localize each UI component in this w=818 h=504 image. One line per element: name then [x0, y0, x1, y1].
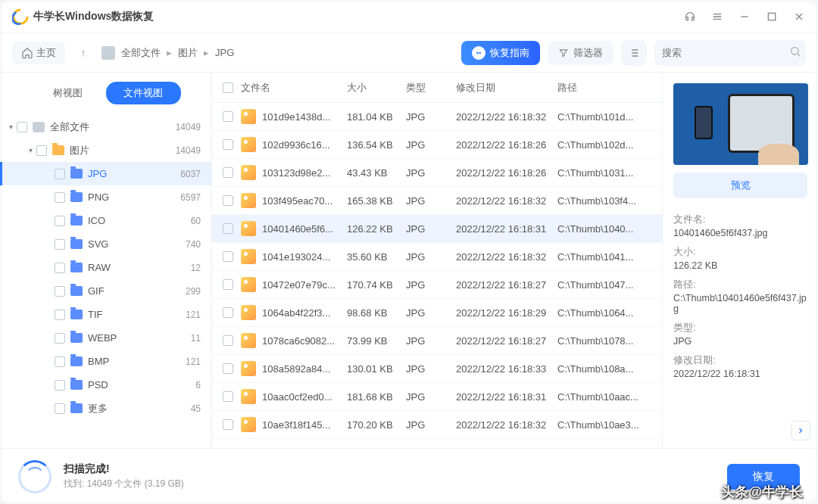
expand-panel-icon[interactable] — [791, 421, 810, 440]
table-row[interactable]: 103123d98e2...43.43 KBJPG2022/12/22 16:1… — [212, 159, 662, 187]
table-row[interactable]: 10ae3f18f145...170.20 KBJPG2022/12/22 16… — [212, 411, 662, 439]
breadcrumb-item[interactable]: 全部文件 — [121, 46, 161, 60]
caret-down-icon[interactable]: ▾ — [24, 146, 36, 154]
table-row[interactable]: 1041e193024...35.60 KBJPG2022/12/22 16:1… — [212, 243, 662, 271]
menu-icon[interactable] — [710, 10, 724, 23]
tree-item[interactable]: JPG6037 — [0, 162, 211, 185]
search-box[interactable] — [654, 40, 806, 66]
recovery-guide-button[interactable]: 恢复指南 — [461, 41, 540, 65]
checkbox[interactable] — [223, 391, 233, 402]
cell-path: C:\Thumb\102d... — [557, 139, 654, 151]
tree-count: 14049 — [176, 122, 201, 132]
breadcrumb-item[interactable]: JPG — [215, 47, 234, 58]
cell-path: C:\Thumb\1041... — [557, 251, 654, 263]
tree-item[interactable]: SVG740 — [0, 232, 211, 256]
breadcrumb-item[interactable]: 图片 — [178, 46, 198, 60]
checkbox[interactable] — [55, 356, 65, 367]
meta-name-value: 10401460e5f6f437.jpg — [673, 228, 807, 238]
caret-down-icon[interactable]: ▾ — [5, 123, 17, 131]
inspector-panel: 预览 文件名: 10401460e5f6f437.jpg 大小: 126.22 … — [662, 73, 818, 448]
search-input[interactable] — [662, 47, 789, 58]
table-row[interactable]: 1078ca6c9082...73.99 KBJPG2022/12/22 16:… — [212, 327, 662, 355]
tab-tree-view[interactable]: 树视图 — [30, 82, 106, 104]
home-button[interactable]: 主页 — [12, 42, 65, 64]
col-path[interactable]: 路径 — [557, 81, 654, 95]
tree-count: 121 — [186, 356, 201, 367]
checkbox[interactable] — [55, 192, 65, 203]
col-date[interactable]: 修改日期 — [456, 81, 557, 95]
tree-item[interactable]: ICO60 — [0, 209, 211, 232]
minimize-icon[interactable] — [738, 10, 751, 23]
image-thumb-icon — [241, 389, 256, 404]
status-title: 扫描完成! — [64, 462, 184, 476]
maximize-icon[interactable] — [765, 10, 779, 23]
cell-date: 2022/12/22 16:18:26 — [456, 167, 557, 179]
checkbox[interactable] — [223, 419, 233, 430]
guide-label: 恢复指南 — [490, 46, 529, 60]
table-row[interactable]: 101d9e1438d...181.04 KBJPG2022/12/22 16:… — [212, 103, 662, 131]
cell-path: C:\Thumb\103f4... — [557, 195, 654, 207]
cell-type: JPG — [406, 307, 456, 319]
tree-item[interactable]: PNG6597 — [0, 185, 211, 209]
table-row[interactable]: 10aac0cf2ed0...181.68 KBJPG2022/12/22 16… — [212, 383, 662, 411]
checkbox[interactable] — [55, 310, 65, 320]
checkbox[interactable] — [36, 145, 47, 156]
checkbox[interactable] — [223, 251, 233, 262]
cell-name: 103f495eac70... — [262, 195, 347, 207]
table-row[interactable]: 103f495eac70...165.38 KBJPG2022/12/22 16… — [212, 187, 662, 215]
tree-item[interactable]: 更多45 — [0, 397, 211, 420]
app-title: 牛学长Windows数据恢复 — [33, 10, 154, 23]
cell-type: JPG — [406, 111, 456, 123]
table-row[interactable]: 108a5892a84...130.01 KBJPG2022/12/22 16:… — [212, 355, 662, 383]
tree-item[interactable]: WEBP11 — [0, 326, 211, 350]
table-row[interactable]: 1064ab4f22f3...98.68 KBJPG2022/12/22 16:… — [212, 299, 662, 327]
meta-date-label: 修改日期: — [673, 354, 807, 367]
checkbox[interactable] — [17, 122, 27, 132]
col-name[interactable]: 文件名 — [241, 81, 347, 95]
preview-button[interactable]: 预览 — [673, 173, 807, 198]
checkbox[interactable] — [55, 169, 65, 179]
tree-root[interactable]: ▾ 全部文件 14049 — [0, 115, 211, 138]
checkbox[interactable] — [223, 195, 233, 206]
checkbox[interactable] — [55, 403, 65, 414]
cell-type: JPG — [406, 167, 456, 179]
tree-item[interactable]: BMP121 — [0, 350, 211, 373]
table-row[interactable]: 10472e07e79c...170.74 KBJPG2022/12/22 16… — [212, 271, 662, 299]
checkbox[interactable] — [55, 380, 65, 390]
cell-name: 10472e07e79c... — [262, 279, 347, 291]
tree-item[interactable]: GIF299 — [0, 279, 211, 303]
close-icon[interactable] — [792, 10, 806, 23]
image-thumb-icon — [241, 305, 256, 320]
disk-icon — [32, 120, 45, 134]
checkbox-all[interactable] — [223, 82, 233, 93]
tree-count: 299 — [186, 286, 201, 297]
checkbox[interactable] — [223, 279, 233, 290]
checkbox[interactable] — [55, 263, 65, 273]
tree-group[interactable]: ▾ 图片 14049 — [0, 138, 211, 162]
checkbox[interactable] — [55, 216, 65, 226]
checkbox[interactable] — [223, 111, 233, 122]
nav-up-icon[interactable]: ↑ — [73, 47, 94, 58]
col-type[interactable]: 类型 — [406, 81, 456, 95]
checkbox[interactable] — [223, 167, 233, 178]
tree-item[interactable]: TIF121 — [0, 303, 211, 326]
checkbox[interactable] — [223, 363, 233, 374]
checkbox[interactable] — [223, 139, 233, 150]
image-thumb-icon — [241, 361, 256, 376]
col-size[interactable]: 大小 — [347, 81, 406, 95]
filter-button[interactable]: 筛选器 — [548, 41, 614, 65]
table-row[interactable]: 10401460e5f6...126.22 KBJPG2022/12/22 16… — [212, 215, 662, 243]
tree-item[interactable]: RAW12 — [0, 256, 211, 279]
table-row[interactable]: 102d9936c16...136.54 KBJPG2022/12/22 16:… — [212, 131, 662, 159]
tree-item[interactable]: PSD6 — [0, 373, 211, 397]
checkbox[interactable] — [55, 239, 65, 250]
cell-date: 2022/12/22 16:18:31 — [456, 391, 557, 403]
support-icon[interactable] — [683, 10, 697, 23]
checkbox[interactable] — [55, 333, 65, 344]
checkbox[interactable] — [223, 335, 233, 346]
checkbox[interactable] — [223, 307, 233, 318]
tab-file-view[interactable]: 文件视图 — [106, 82, 182, 104]
checkbox[interactable] — [55, 286, 65, 297]
checkbox[interactable] — [223, 223, 233, 234]
list-view-button[interactable] — [621, 40, 647, 66]
